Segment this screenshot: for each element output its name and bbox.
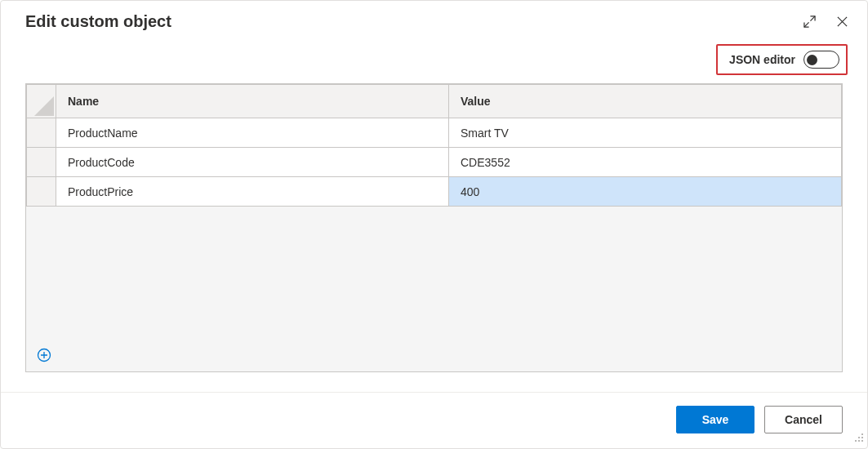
svg-point-6 — [861, 440, 863, 442]
svg-point-4 — [855, 440, 857, 442]
svg-point-3 — [861, 437, 863, 438]
close-icon[interactable] — [833, 13, 851, 31]
dialog-header: Edit custom object — [1, 1, 867, 39]
table-row: ProductNameSmart TV — [27, 118, 842, 148]
row-selector[interactable] — [27, 118, 56, 148]
cell-name[interactable]: ProductCode — [56, 148, 449, 177]
table-row: ProductPrice400 — [27, 177, 842, 207]
properties-table: Name Value ProductNameSmart TVProductCod… — [26, 84, 842, 207]
resize-grip-icon[interactable] — [854, 432, 864, 445]
toggle-knob — [807, 55, 817, 65]
dialog-footer: Save Cancel — [1, 392, 867, 448]
cell-value[interactable]: Smart TV — [449, 118, 842, 148]
json-editor-toggle-highlight: JSON editor — [716, 44, 848, 75]
cell-name[interactable]: ProductPrice — [56, 177, 449, 207]
cancel-button[interactable]: Cancel — [764, 406, 843, 433]
select-all-corner[interactable] — [27, 85, 56, 118]
save-button[interactable]: Save — [676, 406, 754, 433]
add-row-icon[interactable] — [36, 347, 52, 363]
svg-point-1 — [861, 433, 863, 435]
cell-value[interactable]: 400 — [449, 177, 842, 207]
row-selector[interactable] — [27, 177, 56, 207]
cell-value[interactable]: CDE3552 — [449, 148, 842, 177]
cell-name[interactable]: ProductName — [56, 118, 449, 148]
column-header-name[interactable]: Name — [56, 85, 449, 118]
row-selector[interactable] — [27, 148, 56, 177]
expand-icon[interactable] — [800, 13, 818, 31]
column-header-value[interactable]: Value — [449, 85, 842, 118]
svg-point-5 — [858, 440, 860, 442]
json-editor-label: JSON editor — [729, 53, 795, 66]
table-row: ProductCodeCDE3552 — [27, 148, 842, 177]
table-container: Name Value ProductNameSmart TVProductCod… — [25, 83, 843, 372]
table-empty-area — [26, 207, 842, 371]
header-controls — [800, 13, 851, 31]
svg-point-2 — [858, 437, 860, 438]
json-editor-toggle[interactable] — [803, 51, 839, 69]
dialog-title: Edit custom object — [25, 12, 800, 31]
